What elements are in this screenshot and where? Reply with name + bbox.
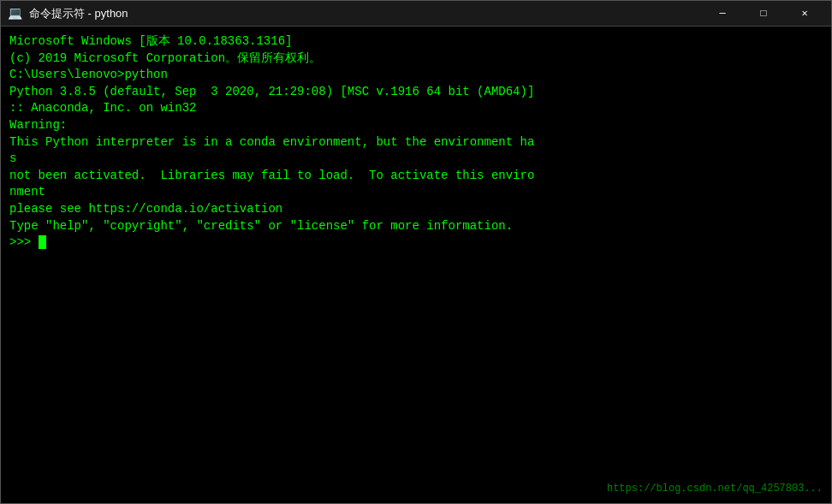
window: 💻 命令提示符 - python — □ ✕ Microsoft Windows… [0,0,832,504]
title-controls: — □ ✕ [703,1,824,27]
console-line: Python 3.8.5 (default, Sep 3 2020, 21:29… [9,84,823,101]
close-button[interactable]: ✕ [785,1,824,27]
console-line: Microsoft Windows [版本 10.0.18363.1316] [9,33,823,50]
console-line: please see https://conda.io/activation [9,201,823,218]
minimize-button[interactable]: — [703,1,742,27]
console-line: s [9,151,823,168]
console-area[interactable]: Microsoft Windows [版本 10.0.18363.1316](c… [1,27,831,503]
console-line: Warning: [9,117,823,134]
title-bar-left: 💻 命令提示符 - python [8,6,128,21]
console-line: (c) 2019 Microsoft Corporation。保留所有权利。 [9,50,823,68]
console-line: Type "help", "copyright", "credits" or "… [9,218,823,235]
title-bar: 💻 命令提示符 - python — □ ✕ [1,1,831,27]
console-line: This Python interpreter is in a conda en… [9,134,823,151]
console-line: C:\Users\lenovo>python [9,67,823,84]
window-icon: 💻 [8,6,22,21]
cursor [39,235,46,249]
console-line: nment [9,184,823,201]
watermark: https://blog.csdn.net/qq_4257803... [607,482,823,496]
console-line: :: Anaconda, Inc. on win32 [9,100,823,117]
console-line: >>> [9,234,823,252]
console-line: not been activated. Libraries may fail t… [9,168,823,185]
console-content: Microsoft Windows [版本 10.0.18363.1316](c… [9,33,823,252]
maximize-button[interactable]: □ [744,1,783,27]
window-title: 命令提示符 - python [29,6,128,21]
